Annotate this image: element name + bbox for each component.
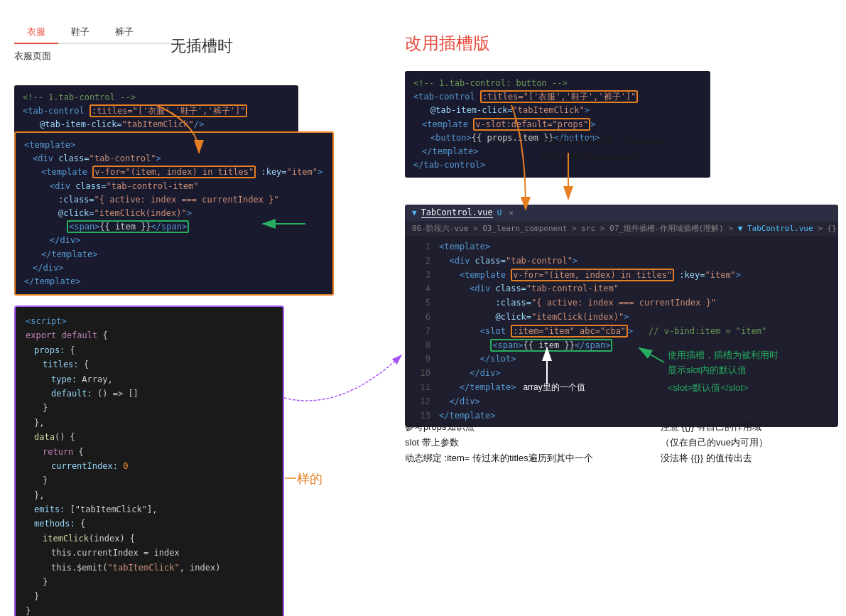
page-label: 衣服页面: [14, 47, 170, 65]
code-line-event: @tab-item-click="tabItemClick"/>: [23, 118, 290, 131]
editor-line-4: 4 <div class="tab-control-item": [405, 282, 838, 296]
script-line-1: <script>: [26, 314, 273, 328]
top-code-noslot: <!-- 1.tab-control --> <tab-control :tit…: [14, 85, 298, 138]
script-line-5: type: Array,: [26, 372, 273, 387]
section-title-slot: 改用插槽版: [405, 32, 490, 55]
editor-line-7: 7 <slot :item="item" abc="cba"> // v-bin…: [405, 325, 838, 339]
tpl-line-2: <div class="tab-control">: [24, 152, 324, 166]
tpl-line-7: <span>{{ item }}</span>: [24, 220, 324, 234]
tpl-line-4: <div class="tab-control-item": [24, 180, 324, 193]
script-line-9: data() {: [26, 430, 273, 444]
annotation-same: 一样的: [284, 469, 322, 490]
script-line-20: }: [26, 589, 273, 603]
tab-item-shoes[interactable]: 鞋子: [58, 21, 102, 43]
annotation-slot-default: 使用插槽，插槽为被利用时 显示slot内的默认值 <slot>默认值</slot…: [668, 348, 779, 395]
annotation-slot-params: 参考props知识点 slot 带上参数 动态绑定 :item= 传过来的tit…: [405, 419, 593, 466]
script-line-11: currentIndex: 0: [26, 459, 273, 473]
annotation-props: 获取到传过来的值，起名props 就可以调用到props.item: [540, 135, 665, 165]
template-code-block: <template> <div class="tab-control"> <te…: [14, 131, 334, 296]
editor-line-12: 12 </div>: [405, 395, 838, 409]
editor-modified: U: [497, 208, 502, 217]
vue-icon: ▼: [412, 208, 417, 217]
editor-tab[interactable]: TabControl.vue: [421, 207, 493, 218]
tab-bar: 衣服 鞋子 裤子: [14, 21, 170, 44]
vscode-title-bar: ▼ TabControl.vue U ×: [405, 205, 838, 221]
slot-comment: <!-- 1.tab-control: button -->: [413, 77, 702, 90]
editor-line-1: 1 <template>: [405, 240, 838, 254]
script-line-6: default: () => []: [26, 387, 273, 401]
tpl-line-3: <template v-for="(item, index) in titles…: [24, 166, 324, 179]
annotation-scope: 注意 {{}} 有自己的作用域 （仅在自己的vue内可用） 没法将 {{}} 的…: [661, 419, 768, 466]
script-line-7: }: [26, 401, 273, 415]
script-line-15: methods: {: [26, 517, 273, 531]
script-line-21: }: [26, 604, 273, 616]
code-line-tag: <tab-control :titles="['衣服','鞋子','裤子']": [23, 104, 290, 118]
tpl-line-8: </div>: [24, 234, 324, 247]
code-comment: <!-- 1.tab-control -->: [23, 91, 290, 104]
breadcrumb-scope: > {}: [813, 224, 837, 233]
script-line-2: export default {: [26, 328, 273, 342]
tpl-line-10: </div>: [24, 261, 324, 275]
script-line-3: props: {: [26, 343, 273, 357]
script-line-13: },: [26, 488, 273, 502]
editor-line-3: 3 <template v-for="(item, index) in titl…: [405, 269, 838, 283]
slot-tag-open: <tab-control :titles="['衣服','鞋子','裤子']": [413, 90, 702, 104]
section-title-noslot: 无插槽时: [170, 36, 233, 57]
breadcrumb-path: 06-阶段六-vue > 03_learn_component > src > …: [412, 224, 738, 233]
script-line-18: this.$emit("tabItemClick", index): [26, 561, 273, 575]
script-line-8: },: [26, 416, 273, 430]
tpl-line-1: <template>: [24, 139, 324, 152]
tab-item-clothes[interactable]: 衣服: [14, 21, 58, 44]
script-line-14: emits: ["tabItemClick"],: [26, 502, 273, 517]
tpl-line-5: :class="{ active: index === currentIndex…: [24, 193, 324, 207]
script-line-16: itemClick(index) {: [26, 531, 273, 546]
tab-bar-section: 衣服 鞋子 裤子 衣服页面: [14, 21, 170, 65]
script-line-19: }: [26, 575, 273, 589]
script-line-4: titles: {: [26, 357, 273, 372]
slot-template-open: <template v-slot:default="props">: [413, 118, 702, 131]
editor-close[interactable]: ×: [509, 208, 514, 217]
editor-line-2: 2 <div class="tab-control">: [405, 254, 838, 269]
tab-item-pants[interactable]: 裤子: [102, 21, 146, 43]
vscode-breadcrumb: 06-阶段六-vue > 03_learn_component > src > …: [405, 221, 838, 236]
script-code-block: <script> export default { props: { title…: [14, 306, 284, 616]
editor-content: 1 <template> 2 <div class="tab-control">…: [405, 236, 838, 427]
tpl-line-11: </template>: [24, 275, 324, 288]
editor-line-5: 5 :class="{ active: index === currentInd…: [405, 296, 838, 310]
tpl-line-9: </template>: [24, 248, 324, 261]
script-line-10: return {: [26, 445, 273, 459]
tpl-line-6: @click="itemClick(index)">: [24, 207, 324, 220]
editor-line-6: 6 @click="itemClick(index)">: [405, 310, 838, 325]
breadcrumb-file: ▼ TabControl.vue: [738, 224, 813, 233]
script-line-12: }: [26, 473, 273, 487]
slot-event: @tab-item-click="tabItemClick">: [413, 104, 702, 117]
script-line-17: this.currentIndex = index: [26, 546, 273, 560]
